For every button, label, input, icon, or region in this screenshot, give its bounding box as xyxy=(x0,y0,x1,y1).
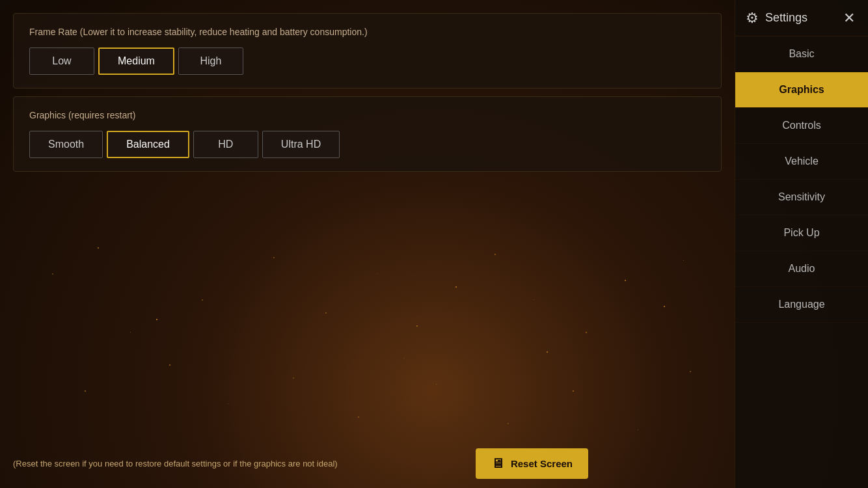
close-button[interactable]: ✕ xyxy=(841,7,858,29)
sidebar-item-language[interactable]: Language xyxy=(735,287,868,323)
sidebar-item-vehicle[interactable]: Vehicle xyxy=(735,144,868,180)
sidebar-item-graphics[interactable]: Graphics xyxy=(735,72,868,108)
settings-title-text: Settings xyxy=(765,11,807,25)
settings-title-wrap: ⚙ Settings xyxy=(746,10,807,27)
gear-icon: ⚙ xyxy=(746,10,759,27)
reset-screen-button[interactable]: 🖥 Reset Screen xyxy=(476,448,588,479)
reset-hint-text: (Reset the screen if you need to restore… xyxy=(13,459,338,468)
main-layout: Frame Rate (Lower it to increase stabili… xyxy=(0,0,868,488)
graphics-panel: Graphics (requires restart) Smooth Balan… xyxy=(13,96,722,172)
frame-rate-medium-btn[interactable]: Medium xyxy=(98,47,174,75)
graphics-button-group: Smooth Balanced HD Ultra HD xyxy=(29,131,705,158)
frame-rate-button-group: Low Medium High xyxy=(29,47,705,75)
graphics-title: Graphics (requires restart) xyxy=(29,110,705,120)
content-area: Frame Rate (Lower it to increase stabili… xyxy=(0,0,735,488)
bottom-bar: (Reset the screen if you need to restore… xyxy=(0,439,601,488)
frame-rate-low-btn[interactable]: Low xyxy=(29,47,94,75)
frame-rate-high-btn[interactable]: High xyxy=(178,47,243,75)
sidebar-item-basic[interactable]: Basic xyxy=(735,36,868,72)
sidebar-header: ⚙ Settings ✕ xyxy=(735,0,868,36)
sidebar-nav: Basic Graphics Controls Vehicle Sensitiv… xyxy=(735,36,868,323)
graphics-balanced-btn[interactable]: Balanced xyxy=(107,131,189,158)
sidebar-item-sensitivity[interactable]: Sensitivity xyxy=(735,180,868,215)
sidebar-item-pickup[interactable]: Pick Up xyxy=(735,215,868,251)
graphics-ultrahd-btn[interactable]: Ultra HD xyxy=(262,131,340,158)
frame-rate-panel: Frame Rate (Lower it to increase stabili… xyxy=(13,13,722,88)
reset-screen-label: Reset Screen xyxy=(511,458,573,469)
reset-screen-icon: 🖥 xyxy=(491,456,504,471)
sidebar-item-audio[interactable]: Audio xyxy=(735,251,868,287)
frame-rate-title: Frame Rate (Lower it to increase stabili… xyxy=(29,27,705,37)
sidebar-item-controls[interactable]: Controls xyxy=(735,108,868,144)
sidebar: ⚙ Settings ✕ Basic Graphics Controls Veh… xyxy=(735,0,868,488)
graphics-hd-btn[interactable]: HD xyxy=(193,131,258,158)
close-icon: ✕ xyxy=(843,10,855,26)
graphics-smooth-btn[interactable]: Smooth xyxy=(29,131,103,158)
